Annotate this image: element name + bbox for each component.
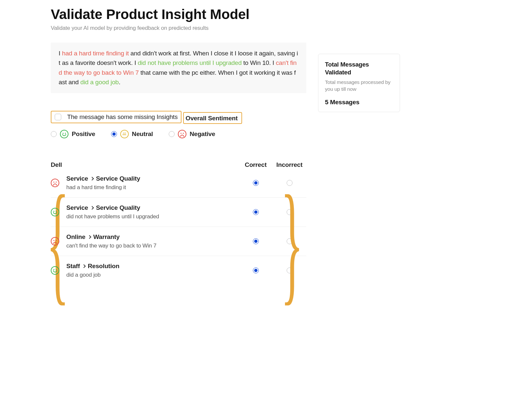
- topic-row: OnlineWarrantycan't find the way to go b…: [51, 227, 306, 256]
- topic-correct-radio[interactable]: [253, 209, 259, 215]
- sentiment-option-positive[interactable]: Positive: [51, 130, 95, 138]
- topic-correct-radio[interactable]: [253, 238, 259, 244]
- message-segment: did a good job: [80, 79, 119, 86]
- face-neg-icon: [51, 179, 59, 187]
- topic-snippet: had a hard time finding it: [66, 184, 239, 191]
- chevron-right-icon: [90, 206, 94, 209]
- message-segment: did not have problems until I upgraded: [138, 59, 241, 66]
- sentiment-radio-negative[interactable]: [169, 131, 175, 137]
- face-pos-icon: [60, 130, 68, 138]
- face-neg-icon: [51, 237, 59, 246]
- missing-insights-label: The message has some missing Insights: [67, 113, 178, 121]
- topic-snippet: can't find the way to go back to Win 7: [66, 243, 239, 249]
- total-messages-subtitle: Total messages processed by you up till …: [325, 79, 393, 93]
- topic-row: StaffResolutiondid a good job: [51, 256, 306, 285]
- topic-row: ServiceService Qualityhad a hard time fi…: [51, 168, 306, 197]
- missing-insights-checkbox[interactable]: [55, 114, 61, 120]
- message-segment: I: [59, 50, 62, 57]
- face-pos-icon: [51, 266, 59, 275]
- sentiment-radio-positive[interactable]: [51, 131, 57, 137]
- overall-sentiment-heading: Overall Sentiment: [183, 112, 242, 124]
- total-messages-title: Total Messages Validated: [325, 61, 393, 76]
- sentiment-option-negative[interactable]: Negative: [169, 130, 215, 138]
- topic-path: ServiceService Quality: [66, 204, 239, 211]
- total-messages-card: Total Messages Validated Total messages …: [318, 54, 400, 112]
- sentiment-label: Positive: [72, 130, 95, 138]
- message-text: I had a hard time finding it and didn't …: [51, 43, 306, 93]
- topic-incorrect-radio[interactable]: [287, 238, 293, 244]
- topic-incorrect-radio[interactable]: [287, 267, 293, 273]
- message-segment: .: [119, 79, 120, 86]
- message-segment: to Win 10. I: [242, 59, 276, 66]
- chevron-right-icon: [82, 264, 86, 268]
- topic-path: ServiceService Quality: [66, 175, 239, 182]
- column-incorrect: Incorrect: [273, 161, 306, 168]
- message-segment: had a hard time finding it: [62, 50, 129, 57]
- sentiment-label: Negative: [190, 130, 215, 138]
- topic-snippet: did not have problems until I upgraded: [66, 213, 239, 220]
- sentiment-radio-neutral[interactable]: [111, 131, 117, 137]
- overall-sentiment-label: Overall Sentiment: [186, 115, 238, 122]
- page-title: Validate Product Insight Model: [51, 7, 512, 22]
- sentiment-option-neutral[interactable]: Neutral: [111, 130, 153, 138]
- topic-snippet: did a good job: [66, 272, 239, 278]
- topic-correct-radio[interactable]: [253, 180, 259, 186]
- column-correct: Correct: [239, 161, 273, 168]
- face-neu-icon: [120, 130, 129, 138]
- chevron-right-icon: [90, 177, 94, 180]
- topic-correct-radio[interactable]: [253, 267, 259, 273]
- sentiment-label: Neutral: [132, 130, 153, 138]
- topic-subject-heading: Dell: [51, 161, 239, 168]
- topic-incorrect-radio[interactable]: [287, 180, 293, 186]
- topic-path: OnlineWarranty: [66, 233, 239, 241]
- face-pos-icon: [51, 208, 59, 216]
- topic-incorrect-radio[interactable]: [287, 209, 293, 215]
- face-neg-icon: [178, 130, 186, 138]
- missing-insights-row[interactable]: The message has some missing Insights: [51, 111, 181, 123]
- topic-row: ServiceService Qualitydid not have probl…: [51, 197, 306, 227]
- page-subtitle: Validate your AI model by providing feed…: [51, 25, 512, 31]
- topic-path: StaffResolution: [66, 263, 239, 270]
- total-messages-value: 5 Messages: [325, 99, 393, 106]
- chevron-right-icon: [87, 235, 91, 239]
